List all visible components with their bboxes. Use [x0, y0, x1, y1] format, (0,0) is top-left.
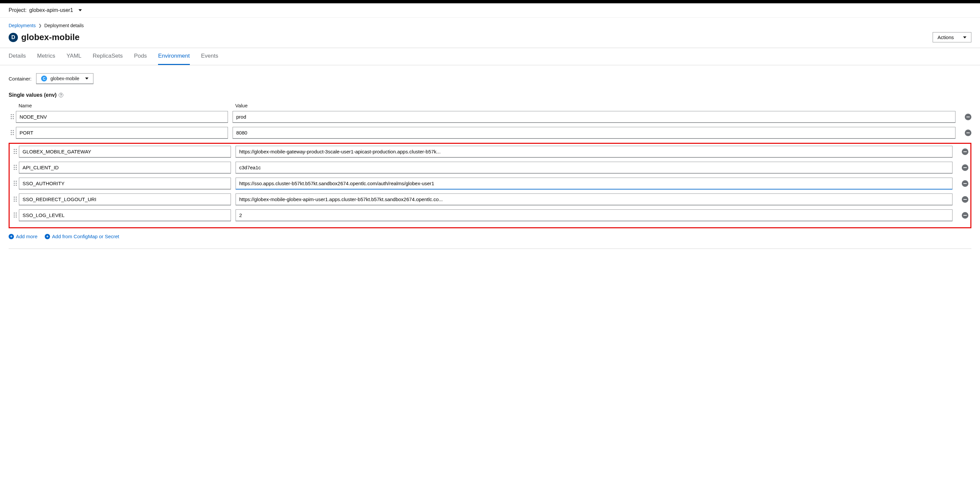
drag-handle-icon[interactable] — [11, 197, 19, 203]
svg-point-45 — [16, 215, 17, 215]
svg-point-14 — [14, 149, 15, 150]
env-value-input[interactable] — [232, 127, 956, 139]
tab-yaml[interactable]: YAML — [67, 48, 81, 65]
add-more-button[interactable]: + Add more — [9, 234, 37, 239]
remove-button[interactable] — [962, 196, 969, 203]
remove-button[interactable] — [965, 130, 971, 136]
svg-point-4 — [11, 118, 12, 119]
svg-rect-6 — [966, 117, 970, 117]
container-label: Container: — [9, 76, 32, 81]
container-selector[interactable]: C globex-mobile — [36, 73, 94, 84]
env-table: Name Value — [9, 103, 971, 228]
drag-handle-icon[interactable] — [11, 181, 19, 187]
svg-rect-34 — [963, 183, 967, 184]
caret-down-icon — [85, 78, 89, 79]
svg-point-23 — [14, 167, 15, 168]
env-name-input[interactable] — [16, 127, 228, 139]
tab-pods[interactable]: Pods — [134, 48, 147, 65]
remove-button[interactable] — [962, 164, 969, 171]
env-row — [9, 127, 971, 139]
env-name-input[interactable] — [19, 210, 231, 221]
highlight-box — [9, 143, 971, 228]
svg-point-2 — [11, 116, 12, 117]
svg-point-18 — [14, 153, 15, 154]
svg-point-21 — [14, 165, 15, 166]
svg-point-39 — [14, 200, 15, 202]
env-value-input[interactable] — [232, 111, 956, 123]
drag-handle-icon[interactable] — [9, 114, 16, 120]
env-name-input[interactable] — [19, 194, 231, 205]
env-row — [11, 178, 969, 189]
env-name-input[interactable] — [19, 178, 231, 189]
title-left: D globex-mobile — [9, 32, 80, 43]
tab-details[interactable]: Details — [9, 48, 26, 65]
svg-point-33 — [16, 184, 17, 186]
svg-point-11 — [11, 134, 12, 135]
svg-point-1 — [13, 114, 14, 115]
content: Container: C globex-mobile Single values… — [0, 65, 980, 257]
tab-events[interactable]: Events — [201, 48, 218, 65]
svg-point-32 — [14, 184, 15, 186]
remove-button[interactable] — [962, 212, 969, 219]
tab-replicasets[interactable]: ReplicaSets — [93, 48, 123, 65]
project-selector[interactable]: Project: globex-apim-user1 — [9, 7, 82, 13]
svg-point-44 — [14, 215, 15, 215]
svg-point-31 — [16, 183, 17, 184]
svg-point-0 — [11, 114, 12, 115]
column-name: Name — [19, 103, 231, 108]
deployment-badge-icon: D — [9, 33, 18, 42]
actions-button[interactable]: Actions — [932, 32, 971, 43]
svg-point-12 — [13, 134, 14, 135]
svg-point-10 — [13, 132, 14, 133]
svg-point-26 — [16, 168, 17, 170]
svg-point-42 — [14, 212, 15, 213]
svg-point-47 — [16, 216, 17, 217]
drag-handle-icon[interactable] — [11, 165, 19, 171]
project-label: Project: — [9, 7, 27, 13]
caret-down-icon — [963, 37, 966, 38]
svg-point-9 — [11, 132, 12, 133]
svg-point-36 — [16, 197, 17, 197]
env-name-input[interactable] — [16, 111, 228, 123]
caret-down-icon — [78, 9, 82, 11]
env-value-input[interactable] — [235, 146, 953, 158]
env-value-input[interactable] — [235, 210, 953, 221]
remove-button[interactable] — [962, 180, 969, 187]
tabs: DetailsMetricsYAMLReplicaSetsPodsEnviron… — [0, 48, 980, 65]
tab-metrics[interactable]: Metrics — [37, 48, 55, 65]
svg-rect-48 — [963, 215, 967, 216]
svg-rect-13 — [966, 132, 970, 133]
env-name-input[interactable] — [19, 146, 231, 158]
remove-button[interactable] — [962, 148, 969, 155]
drag-handle-icon[interactable] — [11, 212, 19, 219]
env-value-input[interactable] — [235, 194, 953, 205]
title-row: D globex-mobile Actions — [0, 31, 980, 48]
add-from-configmap-button[interactable]: + Add from ConfigMap or Secret — [45, 234, 119, 239]
svg-point-19 — [16, 153, 17, 154]
svg-rect-41 — [963, 199, 967, 200]
drag-handle-icon[interactable] — [9, 130, 16, 136]
help-icon[interactable]: ? — [59, 93, 63, 97]
top-bar — [0, 0, 980, 3]
add-more-label: Add more — [16, 234, 37, 239]
svg-point-38 — [16, 199, 17, 199]
env-value-input[interactable] — [235, 162, 953, 173]
svg-point-15 — [16, 149, 17, 150]
env-value-input[interactable] — [235, 178, 953, 189]
breadcrumb-root[interactable]: Deployments — [9, 23, 36, 28]
svg-point-30 — [14, 183, 15, 184]
svg-point-25 — [14, 168, 15, 170]
add-from-configmap-label: Add from ConfigMap or Secret — [52, 234, 119, 239]
plus-circle-icon: + — [9, 234, 14, 239]
svg-point-8 — [13, 130, 14, 131]
tab-environment[interactable]: Environment — [158, 48, 189, 65]
env-row — [11, 146, 969, 158]
container-name: globex-mobile — [50, 76, 79, 81]
drag-handle-icon[interactable] — [11, 149, 19, 155]
breadcrumb-separator-icon: ❯ — [38, 23, 42, 28]
actions-label: Actions — [938, 35, 954, 40]
env-name-input[interactable] — [19, 162, 231, 173]
container-badge-icon: C — [41, 76, 47, 81]
svg-point-5 — [13, 118, 14, 119]
remove-button[interactable] — [965, 114, 971, 120]
